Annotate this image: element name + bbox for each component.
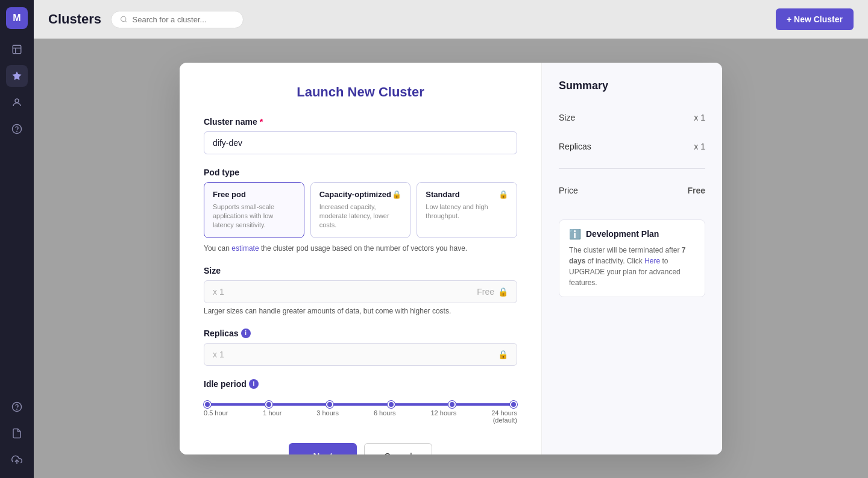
idle-period-info-icon[interactable]: i — [249, 379, 259, 389]
sidebar-item-clusters[interactable] — [6, 65, 28, 87]
pod-standard-desc: Low latency and high throughput. — [426, 203, 508, 221]
slider-label-4: 6 hours — [374, 409, 396, 424]
cancel-button[interactable]: Cancel — [364, 443, 432, 454]
new-cluster-button[interactable]: + New Cluster — [776, 8, 854, 30]
idle-period-section: Idle period i — [204, 379, 517, 426]
slider-dot-5[interactable] — [448, 401, 456, 408]
sidebar-item-help-bottom[interactable] — [6, 396, 28, 418]
dev-plan-title: Development Plan — [586, 229, 659, 239]
slider-dot-2[interactable] — [265, 401, 272, 408]
search-icon — [120, 15, 127, 24]
pod-card-capacity[interactable]: Capacity-optimized 🔒 Increased capacity,… — [310, 182, 411, 238]
main-content: Clusters + New Cluster Launch New Cluste… — [34, 0, 868, 478]
slider-label-2: 1 hour — [263, 409, 281, 424]
replicas-info-icon[interactable]: i — [241, 329, 251, 338]
estimate-text: You can estimate the cluster pod usage b… — [204, 244, 517, 253]
price-value: Free — [687, 186, 705, 195]
summary-divider — [559, 168, 705, 169]
search-input[interactable] — [133, 15, 235, 24]
sidebar-item-documents[interactable] — [6, 39, 28, 60]
size-label: Size — [204, 266, 517, 275]
dev-plan-description: The cluster will be terminated after 7 d… — [569, 245, 695, 288]
replicas-lock-icon: 🔒 — [498, 350, 508, 359]
pod-capacity-title: Capacity-optimized — [319, 190, 391, 199]
slider-label-1: 0.5 hour — [204, 409, 228, 424]
standard-lock-icon: 🔒 — [498, 190, 508, 199]
sidebar-item-help[interactable] — [6, 118, 28, 140]
slider-dot-3[interactable] — [326, 401, 333, 408]
idle-period-slider[interactable]: 0.5 hour 1 hour 3 hours 6 hours 12 hours… — [204, 394, 517, 426]
next-button[interactable]: Next — [289, 443, 357, 454]
sidebar: M — [0, 0, 34, 478]
summary-replicas-row: Replicas x 1 — [559, 137, 705, 156]
modal-summary-panel: Summary Size x 1 Replicas x 1 Price Free — [541, 63, 722, 454]
replicas-label: Replicas i — [204, 329, 517, 338]
page-title: Clusters — [48, 11, 101, 27]
slider-labels: 0.5 hour 1 hour 3 hours 6 hours 12 hours… — [204, 409, 517, 424]
slider-track — [204, 403, 517, 406]
svg-point-4 — [15, 99, 19, 102]
pod-type-section: Pod type Free pod Supports small-scale a… — [204, 168, 517, 253]
search-container — [111, 11, 244, 28]
required-indicator: * — [260, 117, 263, 127]
idle-period-label: Idle period i — [204, 379, 517, 389]
summary-size-row: Size x 1 — [559, 108, 705, 127]
size-price: Free — [477, 287, 494, 297]
modal-title: Launch New Cluster — [204, 84, 517, 100]
dev-plan-icon: ℹ️ — [569, 228, 581, 240]
pod-free-title: Free pod — [213, 190, 246, 199]
pod-free-desc: Supports small-scale applications with l… — [213, 203, 295, 230]
pod-type-grid: Free pod Supports small-scale applicatio… — [204, 182, 517, 238]
sidebar-item-upload[interactable] — [6, 449, 28, 471]
slider-dot-1[interactable] — [204, 401, 211, 408]
cluster-name-label: Cluster name * — [204, 117, 517, 127]
summary-title: Summary — [559, 80, 705, 92]
modal-footer: Next Cancel — [204, 443, 517, 454]
svg-point-6 — [17, 131, 17, 131]
size-lock-icon: 🔒 — [498, 287, 508, 297]
slider-dots — [204, 401, 517, 408]
svg-marker-3 — [13, 72, 22, 80]
size-input-container: x 1 Free 🔒 — [204, 280, 517, 303]
replicas-input-container: x 1 🔒 — [204, 343, 517, 366]
svg-line-11 — [125, 20, 127, 22]
size-hint: Larger sizes can handle greater amounts … — [204, 307, 517, 315]
replicas-section: Replicas i x 1 🔒 — [204, 329, 517, 366]
svg-rect-0 — [13, 45, 21, 54]
svg-point-10 — [121, 16, 126, 21]
pod-standard-title: Standard — [426, 190, 459, 199]
pod-type-label: Pod type — [204, 168, 517, 177]
summary-replicas-value: x 1 — [694, 142, 705, 151]
sidebar-item-users[interactable] — [6, 92, 28, 113]
app-logo: M — [6, 7, 28, 29]
launch-cluster-modal: Launch New Cluster Cluster name * Pod ty… — [180, 63, 722, 454]
cluster-name-input[interactable] — [204, 131, 517, 154]
summary-size-value: x 1 — [694, 113, 705, 122]
slider-label-3: 3 hours — [316, 409, 339, 424]
slider-label-5: 12 hours — [430, 409, 456, 424]
price-label: Price — [559, 186, 578, 195]
modal-form-panel: Launch New Cluster Cluster name * Pod ty… — [180, 63, 541, 454]
slider-label-6: 24 hours(default) — [491, 409, 517, 424]
slider-dot-6[interactable] — [510, 401, 517, 408]
slider-dot-4[interactable] — [388, 401, 395, 408]
sidebar-item-docs[interactable] — [6, 423, 28, 444]
pod-card-standard[interactable]: Standard 🔒 Low latency and high throughp… — [417, 182, 517, 238]
size-section: Size x 1 Free 🔒 Larger sizes can handle … — [204, 266, 517, 315]
size-value: x 1 — [213, 287, 224, 297]
summary-size-label: Size — [559, 113, 575, 122]
svg-point-8 — [17, 409, 17, 409]
header: Clusters + New Cluster — [34, 0, 868, 39]
summary-replicas-label: Replicas — [559, 142, 591, 151]
capacity-lock-icon: 🔒 — [392, 190, 401, 199]
pod-capacity-desc: Increased capacity, moderate latency, lo… — [319, 203, 402, 230]
replicas-value: x 1 — [213, 350, 224, 359]
upgrade-link[interactable]: Here — [644, 257, 660, 265]
estimate-link[interactable]: estimate — [231, 244, 259, 253]
summary-price-row: Price Free — [559, 181, 705, 200]
pod-card-free[interactable]: Free pod Supports small-scale applicatio… — [204, 182, 304, 238]
dev-plan-card: ℹ️ Development Plan The cluster will be … — [559, 219, 705, 297]
modal-overlay: Launch New Cluster Cluster name * Pod ty… — [34, 39, 868, 478]
cluster-name-section: Cluster name * — [204, 117, 517, 154]
